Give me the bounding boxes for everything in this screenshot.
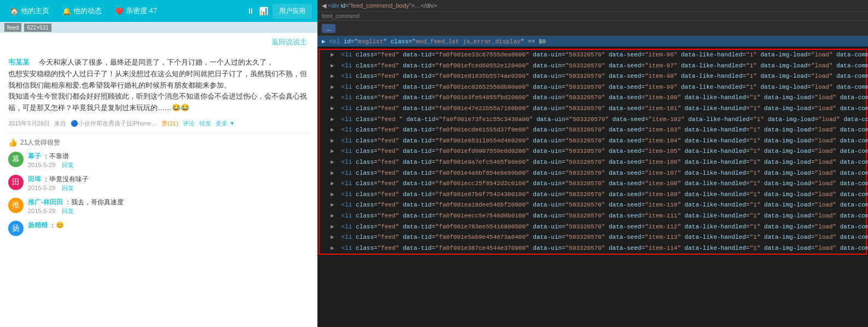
code-line[interactable]: ▶ <li class="feed" data-tid="fa0f001efce… — [320, 61, 866, 72]
post-source: 🔵小伙伴帮改秀孩子拉iPhone… — [71, 119, 157, 128]
devtools-selected-line[interactable]: ▶ <ol id="msglist" class="mod_feed_lst j… — [317, 36, 868, 47]
home-icon: 🏠 — [10, 7, 19, 15]
code-line[interactable]: ▶ <li class="feed" data-tid="fa0f001e9a7… — [320, 157, 866, 168]
devtools-ellipsis-btn[interactable]: ... — [322, 24, 335, 33]
code-line[interactable]: ▶ <li class="feed" data-tid="fa0f001ecde… — [320, 125, 866, 136]
activity-label: 他的动态 — [73, 6, 102, 16]
comment-user[interactable]: 田埠 — [28, 175, 41, 183]
comment-link[interactable]: 评论 — [183, 119, 195, 128]
comment-body: 推广-林田田 ：我去，哥你真速度 2015-5-29 回复 — [28, 198, 309, 215]
avatar: 推 — [8, 198, 24, 213]
intimacy-label: 亲密度 47 — [126, 6, 157, 16]
comment-user[interactable]: 扬精精 — [28, 221, 48, 229]
comment-body: 田埠 ：毕竟没有味子 2015-5-29 回复 — [28, 175, 309, 192]
reply-link[interactable]: 回复 — [62, 185, 74, 191]
bell-icon: 🔔 — [62, 7, 71, 15]
comment-text: ：我去，哥你真速度 — [65, 198, 124, 206]
post-date: 2015年5月29日 — [8, 119, 50, 128]
code-line[interactable]: ▶ <li class="feed" data-tid="fa0f001e4a6… — [320, 168, 866, 179]
code-line[interactable]: ▶ <li class="feed" data-tid="fa0f001ee33… — [320, 50, 866, 61]
feed-content: 韦某某 今天和家人谈了很多，最终还是同意了，下个月订婚，一个人过的太久了， 也想… — [0, 51, 317, 327]
code-area[interactable]: ▶ <li class="feed" data-tid="fa0f001ee33… — [317, 47, 868, 327]
share-link[interactable]: 转发 — [199, 119, 211, 128]
code-line[interactable]: ▶ <li class="feed" data-tid="fa0f001e653… — [320, 136, 866, 147]
code-line[interactable]: ▶ <li class="feed" data-tid="fa0f001e67b… — [320, 190, 866, 200]
reply-link[interactable]: 回复 — [62, 162, 74, 168]
code-line[interactable]: ▶ <li class="feed" data-tid="fa0f001e5ab… — [320, 232, 866, 243]
devtools-toolbar: ... — [317, 21, 868, 36]
code-line[interactable]: ▶ <li class="feed" data-tid="fa0f001eecc… — [320, 211, 866, 222]
comment-item: 扬 扬精精 ：😊 — [8, 221, 309, 236]
comment-user[interactable]: 推广-林田田 — [28, 198, 63, 206]
code-line[interactable]: ▶ <li class="feed" data-tid="fa0f001e3fe… — [320, 93, 866, 104]
comment-time: 2015-5-29 — [28, 185, 55, 191]
post-meta: 2015年5月29日 来自 🔵小伙伴帮改秀孩子拉iPhone… 赞(21) 评论… — [8, 119, 309, 133]
comment-item: 田 田埠 ：毕竟没有味子 2015-5-29 回复 — [8, 175, 309, 192]
comment-text: ：😊 — [49, 221, 64, 229]
home-link[interactable]: 🏠 他的主页 — [5, 4, 54, 18]
activity-link[interactable]: 🔔 他的动态 — [58, 4, 106, 18]
intimacy-link[interactable]: ❤️ 亲密度 47 — [111, 4, 161, 18]
post-from: 来自 — [54, 119, 66, 128]
like-summary: 👍 21人觉得很赞 — [8, 138, 309, 147]
avatar: 田 — [8, 175, 24, 190]
comment-user[interactable]: 幕子 — [28, 152, 41, 160]
comment-text: ：不靠谱 — [43, 152, 69, 160]
post-username: 韦某某 — [8, 58, 30, 66]
pause-icon[interactable]: ⏸ — [247, 7, 254, 15]
code-line[interactable]: ▶ <li class="feed " data-tid="fa0f001e73… — [320, 114, 866, 125]
breadcrumb2-text: feed_commend — [322, 13, 360, 19]
comment-item: 幕 幕子 ：不靠谱 2015-5-29 回复 — [8, 152, 309, 169]
likes-text: 21人觉得很赞 — [20, 138, 60, 147]
return-link[interactable]: 返回说说主· — [0, 33, 317, 51]
code-line[interactable]: ▶ <li class="feed" data-tid="fa0f001ecc2… — [320, 179, 866, 190]
breadcrumb-text: ◀ <div id="feed_commend_body">…</div> — [322, 2, 437, 9]
comment-body: 扬精精 ：😊 — [28, 221, 309, 230]
dim-label: 622×531 — [24, 24, 51, 32]
avatar: 幕 — [8, 152, 24, 167]
code-line[interactable]: ▶ <li class="feed" data-tid="fa0f001e387… — [320, 243, 866, 254]
comment-time: 2015-5-29 — [28, 208, 55, 214]
devtools-breadcrumb: ◀ <div id="feed_commend_body">…</div> — [317, 0, 868, 12]
comment-item: 推 推广-林田田 ：我去，哥你真速度 2015-5-29 回复 — [8, 198, 309, 215]
comment-time: 2015-5-29 — [28, 162, 55, 168]
code-line[interactable]: ▶ <li class="feed" data-tid="fa0f001e816… — [320, 71, 866, 82]
code-line[interactable]: ▶ <li class="feed" data-tid="fa0f001ea18… — [320, 200, 866, 211]
code-line[interactable]: ▶ <li class="feed" data-tid="fa0f001efd0… — [320, 146, 866, 157]
comment-body: 幕子 ：不靠谱 2015-5-29 回复 — [28, 152, 309, 169]
feed-label: feed — [4, 23, 21, 32]
reply-link[interactable]: 回复 — [62, 208, 74, 214]
heart-icon: ❤️ — [115, 7, 124, 15]
avatar: 扬 — [8, 221, 24, 236]
code-line[interactable]: ▶ <li class="feed" data-tid="fa0f001ec82… — [320, 82, 866, 93]
devtools-breadcrumb2: feed_commend — [317, 12, 868, 21]
left-panel: 🏠 他的主页 🔔 他的动态 ❤️ 亲密度 47 ⏸ 📊 用户应用 feed 62… — [0, 0, 317, 327]
top-bar: 🏠 他的主页 🔔 他的动态 ❤️ 亲密度 47 ⏸ 📊 用户应用 — [0, 0, 317, 22]
bar-chart-icon[interactable]: 📊 — [259, 7, 268, 15]
code-line[interactable]: ▶ <li class="feed" data-tid="fa0f001e47e… — [320, 104, 866, 114]
post-text: 韦某某 今天和家人谈了很多，最终还是同意了，下个月订婚，一个人过的太久了， 也想… — [8, 57, 309, 114]
like-icon: 👍 — [8, 138, 18, 147]
code-line[interactable]: ▶ <li class="feed" data-tid="fa0f001e783… — [320, 222, 866, 233]
user-button[interactable]: 用户应用 — [273, 4, 312, 19]
like-count[interactable]: 赞(21) — [161, 119, 178, 128]
devtools-panel: ◀ <div id="feed_commend_body">…</div> fe… — [317, 0, 868, 327]
home-label: 他的主页 — [21, 6, 49, 16]
comments-section: 幕 幕子 ：不靠谱 2015-5-29 回复 田 田埠 ：毕竟没有味子 — [8, 152, 309, 236]
more-link[interactable]: 更多 ▼ — [216, 119, 235, 128]
comment-text: ：毕竟没有味子 — [43, 175, 89, 183]
top-bar-controls: ⏸ 📊 用户应用 — [247, 4, 312, 19]
